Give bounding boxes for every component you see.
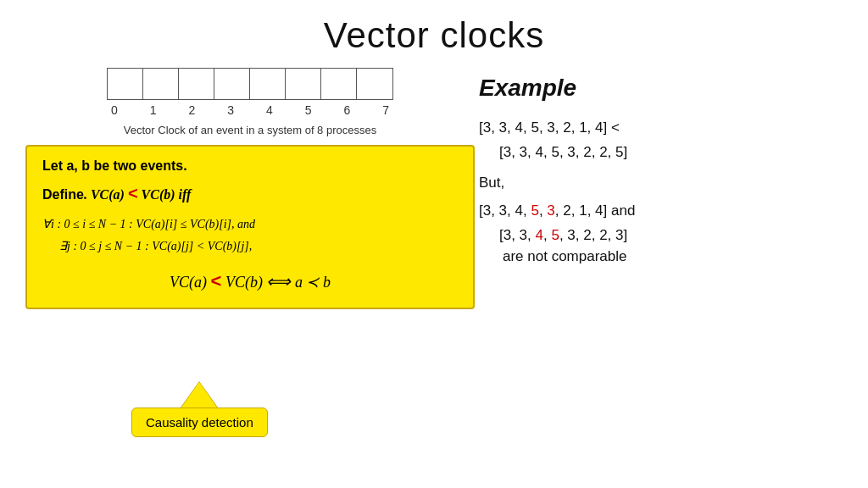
causality-arrow-wrapper [181, 381, 218, 408]
define-text: . VC(a) [84, 187, 128, 202]
let-statement: Let a, b be two events. [42, 158, 458, 174]
example-line1b: [3, 3, 4, 5, 3, 2, 2, 5] [479, 141, 843, 164]
line2b-suffix: , 3, 2, 2, 3] [559, 227, 627, 243]
clock-label: Vector Clock of an event in a system of … [25, 124, 475, 136]
line2a-mid: , [539, 202, 547, 219]
clock-box-0 [108, 69, 143, 99]
define-statement: Define. VC(a) < VC(b) iff [42, 184, 458, 203]
line2a-red2: 3 [547, 202, 554, 219]
line2a-prefix: [3, 3, 4, [479, 202, 531, 219]
clock-box-2 [179, 69, 214, 99]
clock-numbers: 0 1 2 3 4 5 6 7 [108, 100, 392, 117]
line2a-suffix: , 2, 1, 4] and [555, 202, 636, 219]
conclusion: VC(a) < VC(b) ⟺ a ≺ b [42, 270, 458, 292]
right-section: Example [3, 3, 4, 5, 3, 2, 1, 4] < [3, 3… [479, 75, 843, 265]
example-line2b-indent: [3, 3, 4, 5, 3, 2, 2, 3] [479, 225, 843, 247]
clock-box-1 [143, 69, 179, 99]
define-suffix: VC(b) iff [138, 187, 192, 202]
example-line2b: [3, 3, 4, 5, 3, 2, 2, 3] [479, 225, 843, 247]
not-comparable-text: are not comparable [479, 248, 843, 265]
line2b-red1: 4 [536, 227, 543, 243]
line2a-red1: 5 [531, 202, 538, 219]
causality-arrow-fill [181, 382, 217, 408]
condition1: ∀i : 0 ≤ i ≤ N − 1 : VC(a)[i] ≤ VC(b)[i]… [42, 215, 458, 234]
clock-box-7 [357, 69, 392, 99]
clock-box-4 [250, 69, 286, 99]
causality-box: Causality detection [131, 408, 268, 437]
condition2: ∃j : 0 ≤ j ≤ N − 1 : VC(a)[j] < VC(b)[j]… [42, 237, 458, 256]
clock-box-5 [286, 69, 321, 99]
example-line2a: [3, 3, 4, 5, 3, 2, 1, 4] and [479, 200, 843, 222]
causality-callout: Causality detection [131, 381, 268, 437]
example-line1a: [3, 3, 4, 5, 3, 2, 1, 4] < [479, 117, 843, 139]
left-section: 0 1 2 3 4 5 6 7 Vector Clock of an event… [25, 68, 475, 309]
clock-boxes [107, 68, 393, 100]
clock-box-3 [214, 69, 250, 99]
line2b-prefix: [3, 3, [499, 227, 536, 243]
vector-clock-diagram: 0 1 2 3 4 5 6 7 [25, 68, 475, 117]
define-keyword: Define [42, 187, 84, 202]
but-line: But, [479, 175, 843, 191]
example-title: Example [479, 75, 843, 102]
example-line1b-indent: [3, 3, 4, 5, 3, 2, 2, 5] [479, 141, 843, 164]
line2b-red2: 5 [551, 227, 559, 243]
page-title: Vector clocks [0, 0, 868, 56]
yellow-definition-box: Let a, b be two events. Define. VC(a) < … [25, 145, 475, 309]
clock-box-6 [321, 69, 357, 99]
less-than-symbol: < [128, 184, 138, 202]
